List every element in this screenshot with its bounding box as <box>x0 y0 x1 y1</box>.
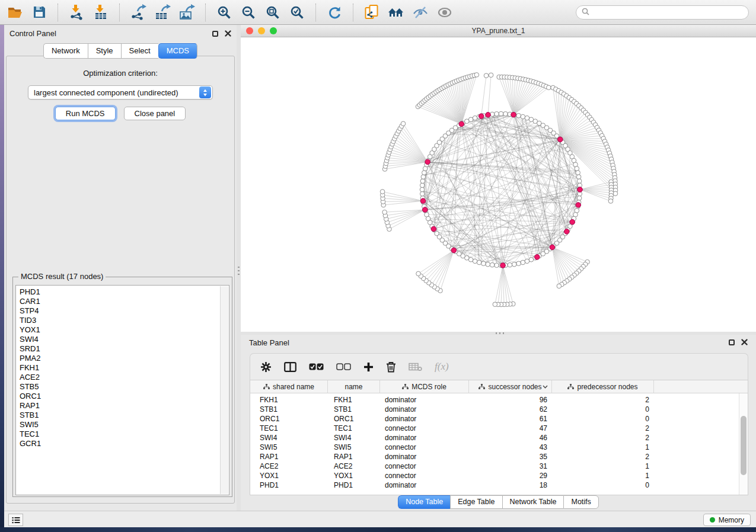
clone-network-icon[interactable] <box>363 4 381 21</box>
cell: TEC1 <box>328 424 380 433</box>
cell: 35 <box>469 452 552 462</box>
delete-column-icon[interactable] <box>386 361 396 373</box>
column-layout-icon[interactable] <box>284 362 296 372</box>
tab-motifs[interactable]: Motifs <box>563 495 598 509</box>
table-header-row: shared namenameMCDS rolesuccessor nodesp… <box>250 380 748 393</box>
table-scrollbar[interactable] <box>739 393 748 495</box>
deselect-all-icon[interactable] <box>336 363 351 370</box>
gear-icon[interactable] <box>260 361 272 373</box>
cell: dominator <box>380 480 469 490</box>
table-row[interactable]: PHD1PHD1dominator180 <box>250 480 739 490</box>
float-panel-icon[interactable] <box>212 31 218 37</box>
run-mcds-button[interactable]: Run MCDS <box>55 107 116 120</box>
float-panel-icon[interactable] <box>729 339 735 345</box>
table-scrollbar-thumb[interactable] <box>741 416 747 475</box>
import-network-icon[interactable] <box>68 4 85 21</box>
cell: 0 <box>552 480 654 490</box>
function-builder-icon[interactable]: f(x) <box>435 361 449 373</box>
mcds-result-item[interactable]: SRD1 <box>16 344 229 354</box>
delete-table-icon[interactable] <box>409 363 422 371</box>
task-history-button[interactable] <box>8 514 23 526</box>
mcds-result-item[interactable]: RAP1 <box>16 401 229 411</box>
home-view-icon[interactable] <box>387 4 405 21</box>
cell: YOX1 <box>250 471 328 480</box>
minimize-window-icon[interactable] <box>258 27 265 34</box>
save-session-icon[interactable] <box>30 4 48 21</box>
close-window-icon[interactable] <box>246 27 253 34</box>
column-header-shared-name[interactable]: shared name <box>250 380 328 393</box>
import-table-icon[interactable] <box>92 4 110 21</box>
zoom-out-icon[interactable] <box>240 4 257 21</box>
memory-button[interactable]: Memory <box>703 514 751 526</box>
cell: PHD1 <box>328 480 380 490</box>
mcds-result-item[interactable]: YOX1 <box>16 325 229 335</box>
table-row[interactable]: RAP1RAP1dominator352 <box>250 452 739 462</box>
refresh-view-icon[interactable] <box>326 4 343 21</box>
table-row[interactable]: STB1STB1dominator620 <box>250 405 739 414</box>
search-input[interactable] <box>593 8 743 17</box>
zoom-in-icon[interactable] <box>215 4 233 21</box>
column-namespace-icon <box>479 384 485 390</box>
tab-edge-table[interactable]: Edge Table <box>450 495 502 509</box>
close-panel-button[interactable]: Close panel <box>124 107 186 120</box>
mcds-result-item[interactable]: GCR1 <box>16 439 229 448</box>
column-header-predecessor-nodes[interactable]: predecessor nodes <box>552 380 654 393</box>
tab-network-table[interactable]: Network Table <box>502 495 564 509</box>
tab-style[interactable]: Style <box>88 43 121 59</box>
mcds-result-item[interactable]: STB1 <box>16 411 229 420</box>
mcds-result-item[interactable]: PHD1 <box>16 287 229 297</box>
table-rows: FKH1FKH1dominator962STB1STB1dominator620… <box>250 393 739 495</box>
mcds-result-item[interactable]: STP4 <box>16 306 229 316</box>
mcds-result-item[interactable]: CAR1 <box>16 297 229 306</box>
maximize-window-icon[interactable] <box>270 27 277 34</box>
table-row[interactable]: SWI5SWI5connector431 <box>250 443 739 452</box>
tab-select[interactable]: Select <box>121 43 158 59</box>
table-row[interactable]: TEC1TEC1connector472 <box>250 424 739 433</box>
cell: SWI4 <box>250 433 328 443</box>
export-image-icon[interactable] <box>178 4 196 21</box>
mcds-result-item[interactable]: TEC1 <box>16 430 229 439</box>
column-header-name[interactable]: name <box>328 380 380 393</box>
network-canvas[interactable] <box>241 37 756 332</box>
toolbar-separator <box>205 4 206 21</box>
column-header-successor-nodes[interactable]: successor nodes <box>469 380 552 393</box>
vertical-splitter[interactable] <box>237 25 241 511</box>
cell: dominator <box>380 405 469 414</box>
show-eye-icon[interactable] <box>436 4 454 21</box>
table-row[interactable]: SWI4SWI4dominator462 <box>250 433 739 443</box>
close-panel-icon[interactable] <box>741 337 748 348</box>
table-row[interactable]: YOX1YOX1connector291 <box>250 471 739 480</box>
tab-node-table[interactable]: Node Table <box>398 495 450 509</box>
hide-eye-icon[interactable] <box>412 4 429 21</box>
cell: 46 <box>469 433 552 443</box>
mcds-result-item[interactable]: ACE2 <box>16 373 229 382</box>
cell: 0 <box>552 414 654 424</box>
mcds-result-item[interactable]: STB5 <box>16 382 229 392</box>
mcds-result-item[interactable]: SWI5 <box>16 420 229 430</box>
mcds-result-item[interactable]: PMA2 <box>16 354 229 363</box>
desktop-wallpaper-left <box>0 25 4 532</box>
search-box[interactable] <box>576 5 749 20</box>
add-column-icon[interactable] <box>363 362 374 372</box>
open-session-icon[interactable] <box>6 4 24 21</box>
mcds-result-item[interactable]: SWI4 <box>16 335 229 344</box>
mcds-result-item[interactable]: FKH1 <box>16 363 229 373</box>
table-row[interactable]: ACE2ACE2connector311 <box>250 462 739 471</box>
close-panel-icon[interactable] <box>225 28 231 39</box>
zoom-selected-icon[interactable] <box>288 4 306 21</box>
tab-network[interactable]: Network <box>43 43 88 59</box>
mcds-list-scrollbar[interactable] <box>220 286 228 494</box>
table-row[interactable]: ORC1ORC1dominator610 <box>250 414 739 424</box>
tab-mcds[interactable]: MCDS <box>158 43 197 59</box>
control-tabs: NetworkStyleSelectMCDS <box>4 43 237 59</box>
select-all-checked-icon[interactable] <box>309 363 324 370</box>
mcds-result-item[interactable]: ORC1 <box>16 392 229 401</box>
mcds-result-item[interactable]: TID3 <box>16 316 229 325</box>
export-table-icon[interactable] <box>154 4 171 21</box>
export-network-icon[interactable] <box>129 4 147 21</box>
network-window-titlebar[interactable]: YPA_prune.txt_1 <box>241 25 756 37</box>
table-row[interactable]: FKH1FKH1dominator962 <box>250 395 739 405</box>
zoom-fit-icon[interactable] <box>264 4 282 21</box>
optimization-criterion-select[interactable]: largest connected component (undirected) <box>28 85 213 100</box>
column-header-MCDS-role[interactable]: MCDS role <box>380 380 469 393</box>
